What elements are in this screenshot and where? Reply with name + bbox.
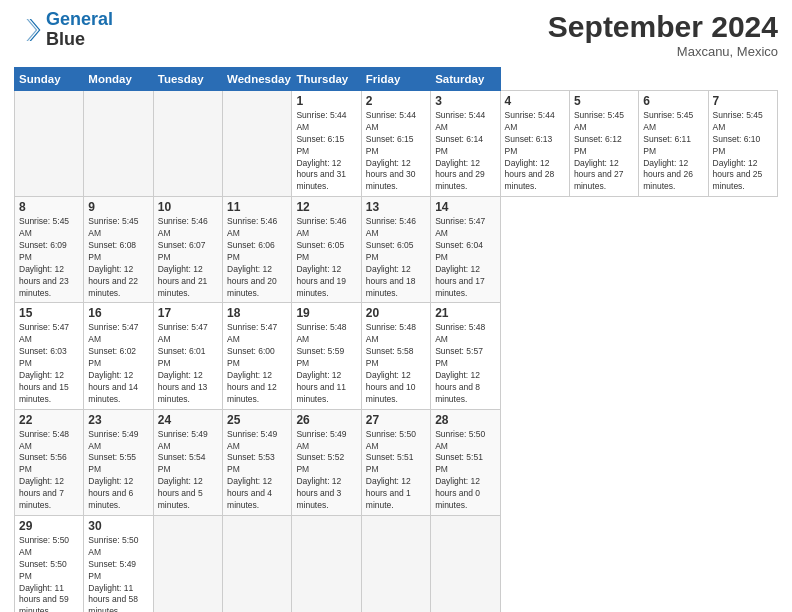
day-number: 21	[435, 306, 495, 320]
day-cell-29: 29Sunrise: 5:50 AMSunset: 5:50 PMDayligh…	[15, 515, 84, 612]
day-cell-24: 24Sunrise: 5:49 AMSunset: 5:54 PMDayligh…	[153, 409, 222, 515]
day-cell-11: 11Sunrise: 5:46 AMSunset: 6:06 PMDayligh…	[223, 197, 292, 303]
day-cell-7: 7Sunrise: 5:45 AMSunset: 6:10 PMDaylight…	[708, 91, 777, 197]
day-cell-14: 14Sunrise: 5:47 AMSunset: 6:04 PMDayligh…	[431, 197, 500, 303]
day-number: 15	[19, 306, 79, 320]
calendar-table: SundayMondayTuesdayWednesdayThursdayFrid…	[14, 67, 778, 612]
day-number: 27	[366, 413, 426, 427]
week-row-4: 22Sunrise: 5:48 AMSunset: 5:56 PMDayligh…	[15, 409, 778, 515]
day-cell-26: 26Sunrise: 5:49 AMSunset: 5:52 PMDayligh…	[292, 409, 361, 515]
logo-text: General Blue	[46, 10, 113, 50]
day-info: Sunrise: 5:50 AMSunset: 5:50 PMDaylight:…	[19, 535, 79, 612]
day-number: 16	[88, 306, 148, 320]
day-number: 13	[366, 200, 426, 214]
day-cell-4: 4Sunrise: 5:44 AMSunset: 6:13 PMDaylight…	[500, 91, 569, 197]
day-cell-2: 2Sunrise: 5:44 AMSunset: 6:15 PMDaylight…	[361, 91, 430, 197]
day-number: 19	[296, 306, 356, 320]
day-number: 14	[435, 200, 495, 214]
day-cell-17: 17Sunrise: 5:47 AMSunset: 6:01 PMDayligh…	[153, 303, 222, 409]
day-info: Sunrise: 5:44 AMSunset: 6:15 PMDaylight:…	[366, 110, 426, 193]
day-cell-10: 10Sunrise: 5:46 AMSunset: 6:07 PMDayligh…	[153, 197, 222, 303]
col-header-saturday: Saturday	[431, 68, 500, 91]
day-number: 12	[296, 200, 356, 214]
day-number: 30	[88, 519, 148, 533]
day-info: Sunrise: 5:48 AMSunset: 5:56 PMDaylight:…	[19, 429, 79, 512]
day-cell-9: 9Sunrise: 5:45 AMSunset: 6:08 PMDaylight…	[84, 197, 153, 303]
day-info: Sunrise: 5:47 AMSunset: 6:02 PMDaylight:…	[88, 322, 148, 405]
day-cell-27: 27Sunrise: 5:50 AMSunset: 5:51 PMDayligh…	[361, 409, 430, 515]
day-info: Sunrise: 5:47 AMSunset: 6:01 PMDaylight:…	[158, 322, 218, 405]
title-block: September 2024 Maxcanu, Mexico	[548, 10, 778, 59]
day-cell-6: 6Sunrise: 5:45 AMSunset: 6:11 PMDaylight…	[639, 91, 708, 197]
day-number: 28	[435, 413, 495, 427]
day-info: Sunrise: 5:46 AMSunset: 6:05 PMDaylight:…	[366, 216, 426, 299]
day-info: Sunrise: 5:49 AMSunset: 5:53 PMDaylight:…	[227, 429, 287, 512]
day-info: Sunrise: 5:47 AMSunset: 6:00 PMDaylight:…	[227, 322, 287, 405]
day-cell-12: 12Sunrise: 5:46 AMSunset: 6:05 PMDayligh…	[292, 197, 361, 303]
day-info: Sunrise: 5:45 AMSunset: 6:08 PMDaylight:…	[88, 216, 148, 299]
empty-cell	[431, 515, 500, 612]
day-info: Sunrise: 5:46 AMSunset: 6:07 PMDaylight:…	[158, 216, 218, 299]
col-header-sunday: Sunday	[15, 68, 84, 91]
day-info: Sunrise: 5:44 AMSunset: 6:14 PMDaylight:…	[435, 110, 495, 193]
day-cell-18: 18Sunrise: 5:47 AMSunset: 6:00 PMDayligh…	[223, 303, 292, 409]
col-header-monday: Monday	[84, 68, 153, 91]
col-header-friday: Friday	[361, 68, 430, 91]
day-info: Sunrise: 5:48 AMSunset: 5:57 PMDaylight:…	[435, 322, 495, 405]
day-info: Sunrise: 5:45 AMSunset: 6:11 PMDaylight:…	[643, 110, 703, 193]
col-header-wednesday: Wednesday	[223, 68, 292, 91]
week-row-2: 8Sunrise: 5:45 AMSunset: 6:09 PMDaylight…	[15, 197, 778, 303]
day-number: 10	[158, 200, 218, 214]
day-info: Sunrise: 5:50 AMSunset: 5:51 PMDaylight:…	[435, 429, 495, 512]
day-number: 25	[227, 413, 287, 427]
day-number: 9	[88, 200, 148, 214]
day-cell-23: 23Sunrise: 5:49 AMSunset: 5:55 PMDayligh…	[84, 409, 153, 515]
day-number: 11	[227, 200, 287, 214]
col-header-tuesday: Tuesday	[153, 68, 222, 91]
day-cell-1: 1Sunrise: 5:44 AMSunset: 6:15 PMDaylight…	[292, 91, 361, 197]
day-cell-25: 25Sunrise: 5:49 AMSunset: 5:53 PMDayligh…	[223, 409, 292, 515]
day-info: Sunrise: 5:48 AMSunset: 5:59 PMDaylight:…	[296, 322, 356, 405]
empty-cell	[223, 515, 292, 612]
day-info: Sunrise: 5:49 AMSunset: 5:54 PMDaylight:…	[158, 429, 218, 512]
svg-marker-1	[26, 19, 37, 41]
month-title: September 2024	[548, 10, 778, 44]
week-row-5: 29Sunrise: 5:50 AMSunset: 5:50 PMDayligh…	[15, 515, 778, 612]
day-number: 4	[505, 94, 565, 108]
day-number: 3	[435, 94, 495, 108]
day-info: Sunrise: 5:50 AMSunset: 5:49 PMDaylight:…	[88, 535, 148, 612]
col-header-thursday: Thursday	[292, 68, 361, 91]
logo-line2: Blue	[46, 30, 113, 50]
header: General Blue September 2024 Maxcanu, Mex…	[14, 10, 778, 59]
day-number: 2	[366, 94, 426, 108]
day-info: Sunrise: 5:49 AMSunset: 5:52 PMDaylight:…	[296, 429, 356, 512]
day-info: Sunrise: 5:45 AMSunset: 6:09 PMDaylight:…	[19, 216, 79, 299]
empty-cell	[153, 91, 222, 197]
day-cell-8: 8Sunrise: 5:45 AMSunset: 6:09 PMDaylight…	[15, 197, 84, 303]
day-number: 29	[19, 519, 79, 533]
day-cell-22: 22Sunrise: 5:48 AMSunset: 5:56 PMDayligh…	[15, 409, 84, 515]
day-info: Sunrise: 5:49 AMSunset: 5:55 PMDaylight:…	[88, 429, 148, 512]
day-cell-19: 19Sunrise: 5:48 AMSunset: 5:59 PMDayligh…	[292, 303, 361, 409]
day-number: 20	[366, 306, 426, 320]
day-cell-15: 15Sunrise: 5:47 AMSunset: 6:03 PMDayligh…	[15, 303, 84, 409]
empty-cell	[153, 515, 222, 612]
week-row-1: 1Sunrise: 5:44 AMSunset: 6:15 PMDaylight…	[15, 91, 778, 197]
empty-cell	[292, 515, 361, 612]
day-cell-30: 30Sunrise: 5:50 AMSunset: 5:49 PMDayligh…	[84, 515, 153, 612]
day-number: 22	[19, 413, 79, 427]
day-cell-20: 20Sunrise: 5:48 AMSunset: 5:58 PMDayligh…	[361, 303, 430, 409]
day-number: 24	[158, 413, 218, 427]
empty-cell	[361, 515, 430, 612]
day-info: Sunrise: 5:50 AMSunset: 5:51 PMDaylight:…	[366, 429, 426, 512]
day-number: 6	[643, 94, 703, 108]
day-number: 18	[227, 306, 287, 320]
week-row-3: 15Sunrise: 5:47 AMSunset: 6:03 PMDayligh…	[15, 303, 778, 409]
empty-cell	[223, 91, 292, 197]
day-info: Sunrise: 5:47 AMSunset: 6:04 PMDaylight:…	[435, 216, 495, 299]
day-number: 5	[574, 94, 634, 108]
logo-line1: General	[46, 9, 113, 29]
day-cell-5: 5Sunrise: 5:45 AMSunset: 6:12 PMDaylight…	[569, 91, 638, 197]
day-info: Sunrise: 5:46 AMSunset: 6:05 PMDaylight:…	[296, 216, 356, 299]
svg-marker-0	[30, 19, 41, 41]
